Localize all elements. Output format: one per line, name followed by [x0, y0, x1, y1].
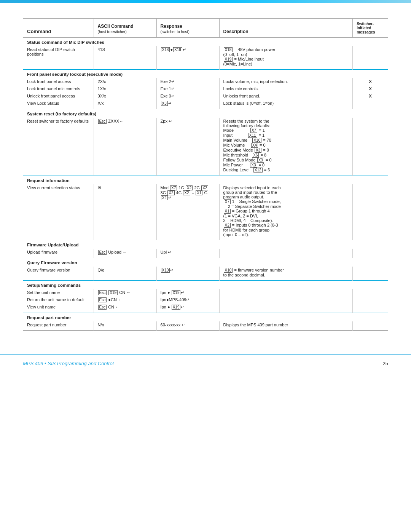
- x-box: X18: [224, 47, 233, 52]
- row-description: Displays the MPS 409 part number: [219, 321, 353, 331]
- table-row: Query firmware versionQ/qX10↵X10 = firmw…: [23, 267, 388, 281]
- row-switcher: X: [353, 78, 388, 85]
- kbd-key: Esc: [98, 305, 107, 310]
- row-description: [219, 296, 353, 304]
- x-box: X2: [186, 185, 193, 190]
- row-command: View current selection status: [23, 184, 94, 240]
- row-response: X3↵: [156, 100, 219, 109]
- row-switcher: [353, 304, 388, 313]
- x-box: X11: [248, 133, 257, 138]
- row-ascii: Esc X19 CN ←: [94, 289, 156, 296]
- x-box: X1: [196, 190, 202, 195]
- row-switcher: [353, 289, 388, 296]
- x-box: X7: [250, 128, 257, 133]
- x-box: X4: [251, 143, 258, 148]
- x-box: X3: [257, 158, 264, 163]
- header-resp-sub: (switcher to host): [161, 30, 190, 34]
- row-ascii: 1X/x: [94, 85, 156, 93]
- row-description: Resets the system to thefollowing factor…: [219, 118, 353, 176]
- row-ascii: 41S: [94, 46, 156, 70]
- row-response: X18●X19↵: [156, 46, 219, 70]
- row-response: 60-xxxx-xx ↵: [156, 321, 219, 331]
- row-ascii: 0X/x: [94, 93, 156, 100]
- row-response: Ipn●MPS-409↵: [156, 296, 219, 304]
- kbd-key: Esc: [98, 297, 107, 302]
- row-ascii: 2X/x: [94, 78, 156, 85]
- x-box: X19: [108, 290, 118, 295]
- section-header-row: Firmware Update/Upload: [23, 240, 388, 249]
- table-row: Reset switcher to factory defaultsEsc ZX…: [23, 118, 388, 176]
- row-switcher: [353, 296, 388, 304]
- x-box: X7: [170, 185, 177, 190]
- x-box: X2: [183, 190, 190, 195]
- table-row: Set the unit nameEsc X19 CN ←Ipn ● X19↵: [23, 289, 388, 296]
- row-command: View unit name: [23, 304, 94, 313]
- section-header-row: Front panel security lockout (executive …: [23, 70, 388, 78]
- x-box: X6: [252, 153, 259, 158]
- x-box: X10: [252, 138, 261, 143]
- section-title: Front panel security lockout (executive …: [23, 70, 388, 78]
- row-switcher: [353, 321, 388, 331]
- row-description: X10 = firmware version numberto the seco…: [219, 267, 353, 281]
- row-command: Upload firmware: [23, 249, 94, 258]
- section-header-row: System reset (to factory defaults): [23, 109, 388, 118]
- kbd-key: Esc: [98, 290, 107, 295]
- x-box: X19: [173, 47, 182, 52]
- row-switcher: X: [353, 85, 388, 93]
- x-box: X19: [224, 57, 233, 62]
- x-box: X3: [250, 163, 257, 168]
- row-ascii: Q/q: [94, 267, 156, 281]
- x-box: X1: [224, 209, 231, 214]
- header-command: Command: [23, 19, 94, 38]
- row-command: Lock front panel mic controls: [23, 85, 94, 93]
- page-content: Command ASCII Command (host to switcher)…: [0, 3, 411, 346]
- header-ascii-sub: (host to switcher): [98, 30, 127, 34]
- x-box: X3: [161, 101, 168, 106]
- row-ascii: Esc CN ←: [94, 304, 156, 313]
- x-box: X10: [224, 268, 233, 273]
- row-command: View Lock Status: [23, 100, 94, 109]
- row-ascii: Esc ZXXX←: [94, 118, 156, 176]
- footer: MPS 409 • SIS Programming and Control 25: [0, 354, 411, 372]
- section-title: Request part number: [23, 313, 388, 322]
- row-response: Zpx ↵: [156, 118, 219, 176]
- row-command: Lock front panel access: [23, 78, 94, 85]
- header-ascii-label: ASCII Command: [98, 24, 134, 29]
- row-description: [219, 249, 353, 258]
- row-response: Exe 0↵: [156, 93, 219, 100]
- row-response: Ipn ● X19↵: [156, 304, 219, 313]
- row-response: Upl ↵: [156, 249, 219, 258]
- section-header-row: Status command of Mic DIP switches: [23, 38, 388, 46]
- x-box: X3: [255, 148, 261, 153]
- x-box: X7: [224, 199, 231, 204]
- row-description: [219, 289, 353, 296]
- header-resp-label: Response: [161, 24, 182, 29]
- table-row: Unlock front panel access0X/xExe 0↵Unloc…: [23, 93, 388, 100]
- header-description: Description: [219, 19, 353, 38]
- row-description: Locks mic controls.: [219, 85, 353, 93]
- header-sw-line2: initiated: [357, 26, 371, 30]
- x-box: X2: [161, 195, 168, 200]
- header-ascii: ASCII Command (host to switcher): [94, 19, 156, 38]
- table-row: View Lock StatusX/xX3↵Lock status is (0=…: [23, 100, 388, 109]
- table-row: View current selection statusI/iMod X7 1…: [23, 184, 388, 240]
- row-response: Exe 1↵: [156, 85, 219, 93]
- top-bar: [0, 0, 411, 3]
- footer-page: 25: [383, 361, 388, 366]
- header-desc-label: Description: [223, 29, 249, 34]
- x-box: X2: [201, 185, 208, 190]
- kbd-key: Esc: [98, 250, 107, 255]
- footer-text: MPS 409 • SIS Programming and Control: [23, 361, 114, 366]
- table-row: Lock front panel access2X/xExe 2↵Locks v…: [23, 78, 388, 85]
- header-sw-line3: messages: [357, 30, 375, 34]
- section-header-row: Query Firmware version: [23, 258, 388, 267]
- row-switcher: X: [353, 93, 388, 100]
- x-box: X2: [167, 190, 174, 195]
- row-command: Return the unit name to default: [23, 296, 94, 304]
- row-ascii: X/x: [94, 100, 156, 109]
- row-switcher: [353, 184, 388, 240]
- row-switcher: [353, 46, 388, 70]
- x-box: X10: [161, 268, 170, 273]
- row-description: X18 = 48V phantom power(0=off, 1=on)X19 …: [219, 46, 353, 70]
- table-row: Lock front panel mic controls1X/xExe 1↵L…: [23, 85, 388, 93]
